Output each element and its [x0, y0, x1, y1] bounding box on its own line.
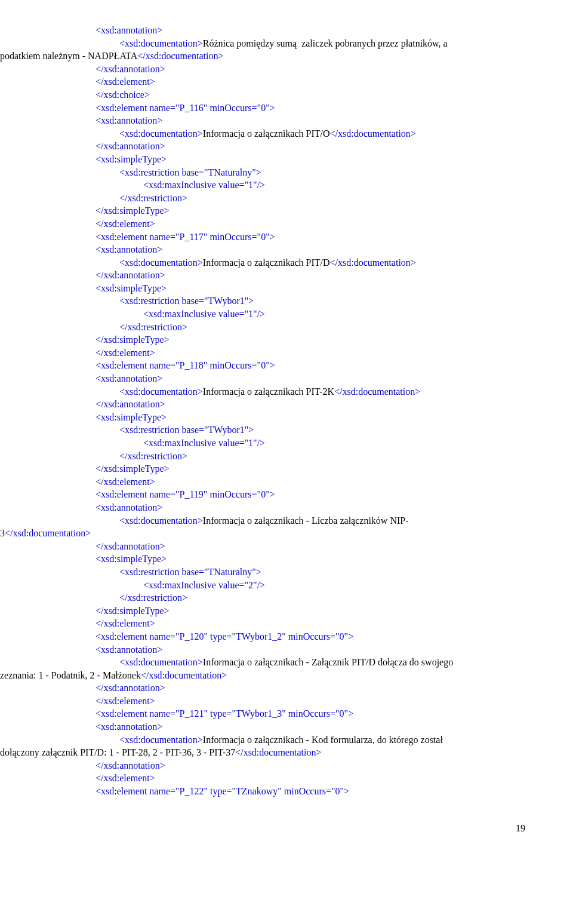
- code-line: </xsd:element>: [0, 475, 525, 489]
- code-line: </xsd:annotation>: [0, 682, 525, 695]
- code-line: <xsd:annotation>: [0, 243, 525, 256]
- code-line: <xsd:maxInclusive value="1"/>: [0, 437, 525, 450]
- code-line: <xsd:annotation>: [0, 501, 525, 514]
- code-line: </xsd:element>: [0, 75, 525, 88]
- code-line: <xsd:documentation>Różnica pomiędzy sumą…: [0, 37, 525, 50]
- code-line: <xsd:simpleType>: [0, 282, 525, 295]
- code-line: <xsd:restriction base="TWybor1">: [0, 294, 525, 308]
- code-line: <xsd:maxInclusive value="1"/>: [0, 179, 525, 192]
- code-line: </xsd:element>: [0, 772, 525, 785]
- code-line: <xsd:documentation>Informacja o załączni…: [0, 256, 525, 269]
- page-number: 19: [0, 822, 525, 835]
- code-line: </xsd:annotation>: [0, 140, 525, 153]
- code-line: <xsd:documentation>Informacja o załączni…: [0, 127, 525, 140]
- code-line: </xsd:restriction>: [0, 450, 525, 463]
- code-line: <xsd:maxInclusive value="2"/>: [0, 579, 525, 592]
- code-line: <xsd:restriction base="TNaturalny">: [0, 166, 525, 179]
- code-line: <xsd:annotation>: [0, 720, 525, 733]
- code-line: </xsd:simpleType>: [0, 462, 525, 475]
- code-line: </xsd:element>: [0, 695, 525, 708]
- code-line: </xsd:restriction>: [0, 591, 525, 604]
- code-line: <xsd:element name="P_116" minOccurs="0">: [0, 102, 525, 115]
- code-line: 3</xsd:documentation>: [0, 527, 525, 540]
- code-line: </xsd:element>: [0, 217, 525, 231]
- code-line: <xsd:simpleType>: [0, 411, 525, 424]
- code-line: </xsd:annotation>: [0, 759, 525, 772]
- code-line: </xsd:annotation>: [0, 63, 525, 76]
- code-line: </xsd:simpleType>: [0, 204, 525, 217]
- code-line: <xsd:restriction base="TWybor1">: [0, 423, 525, 437]
- document-body: <xsd:annotation><xsd:documentation>Różni…: [0, 24, 525, 798]
- code-line: </xsd:restriction>: [0, 192, 525, 205]
- code-line: <xsd:annotation>: [0, 24, 525, 37]
- code-line: <xsd:simpleType>: [0, 552, 525, 566]
- code-line: </xsd:simpleType>: [0, 604, 525, 618]
- code-line: <xsd:documentation>Informacja o załączni…: [0, 733, 525, 747]
- code-line: </xsd:choice>: [0, 88, 525, 102]
- code-line: <xsd:documentation>Informacja o załączni…: [0, 656, 525, 669]
- code-line: <xsd:annotation>: [0, 114, 525, 127]
- code-line: podatkiem należnym - NADPŁATA</xsd:docum…: [0, 50, 525, 63]
- code-line: <xsd:simpleType>: [0, 153, 525, 166]
- code-line: <xsd:element name="P_119" minOccurs="0">: [0, 488, 525, 501]
- code-line: <xsd:element name="P_117" minOccurs="0">: [0, 231, 525, 244]
- code-line: dołączony załącznik PIT/D: 1 - PIT-28, 2…: [0, 746, 525, 759]
- code-line: </xsd:element>: [0, 617, 525, 630]
- code-line: <xsd:annotation>: [0, 643, 525, 656]
- code-line: </xsd:restriction>: [0, 321, 525, 334]
- code-line: </xsd:element>: [0, 346, 525, 360]
- code-line: </xsd:annotation>: [0, 398, 525, 411]
- code-line: <xsd:element name="P_118" minOccurs="0">: [0, 359, 525, 372]
- code-line: <xsd:element name="P_122" type="TZnakowy…: [0, 785, 525, 798]
- code-line: </xsd:annotation>: [0, 269, 525, 282]
- code-line: <xsd:restriction base="TNaturalny">: [0, 566, 525, 579]
- code-line: <xsd:element name="P_120" type="TWybor1_…: [0, 630, 525, 643]
- code-line: <xsd:maxInclusive value="1"/>: [0, 308, 525, 321]
- code-line: zeznania: 1 - Podatnik, 2 - Małżonek</xs…: [0, 669, 525, 682]
- code-line: <xsd:documentation>Informacja o załączni…: [0, 514, 525, 527]
- code-line: </xsd:annotation>: [0, 540, 525, 553]
- code-line: <xsd:annotation>: [0, 372, 525, 385]
- code-line: <xsd:documentation>Informacja o załączni…: [0, 385, 525, 398]
- code-line: <xsd:element name="P_121" type="TWybor1_…: [0, 707, 525, 720]
- code-line: </xsd:simpleType>: [0, 333, 525, 346]
